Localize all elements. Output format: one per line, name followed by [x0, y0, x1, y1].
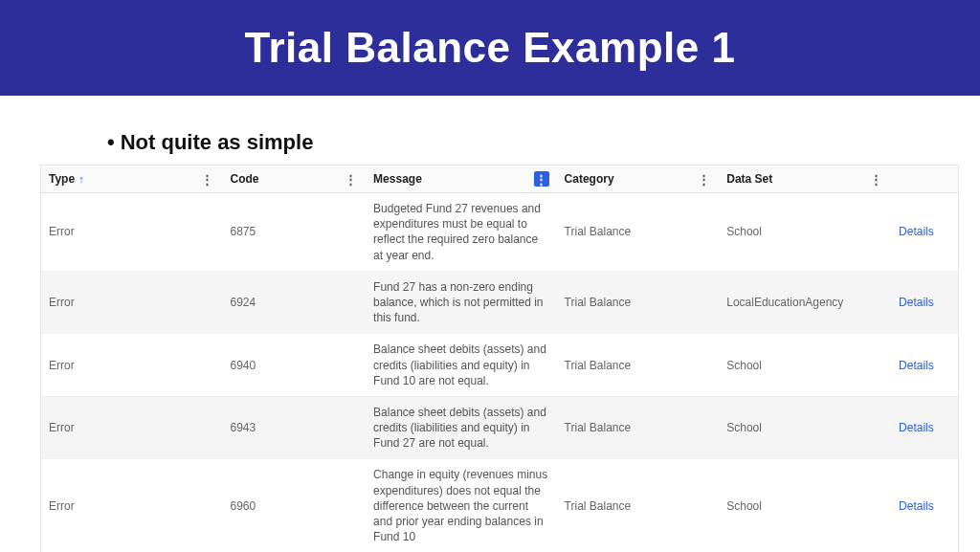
cell-type: Error — [41, 396, 222, 459]
cell-dataset: School — [719, 459, 891, 552]
cell-actions: Details — [891, 459, 958, 552]
column-menu-icon[interactable]: ⋮ — [696, 171, 711, 187]
cell-code: 6940 — [222, 334, 366, 397]
cell-actions: Details — [891, 334, 958, 397]
details-link[interactable]: Details — [899, 421, 934, 434]
cell-message: Change in equity (revenues minus expendi… — [366, 459, 557, 552]
cell-type: Error — [41, 193, 222, 272]
cell-code: 6875 — [222, 193, 366, 272]
details-link[interactable]: Details — [899, 499, 934, 513]
title-band: Trial Balance Example 1 — [0, 0, 980, 96]
table-row: Error 6875 Budgeted Fund 27 revenues and… — [41, 193, 958, 272]
details-link[interactable]: Details — [899, 359, 934, 372]
column-menu-icon[interactable]: ⋮ — [343, 171, 358, 187]
column-label: Type — [49, 172, 75, 186]
cell-message: Balance sheet debits (assets) and credit… — [366, 334, 557, 397]
column-label: Message — [373, 172, 422, 186]
column-menu-icon[interactable]: ⋮ — [868, 171, 883, 187]
table-header-row: Type↑ ⋮ Code ⋮ Message ⋮ — [41, 166, 958, 193]
column-header-code[interactable]: Code ⋮ — [222, 166, 366, 193]
cell-dataset: School — [719, 193, 891, 272]
cell-message: Balance sheet debits (assets) and credit… — [366, 396, 557, 459]
table-row: Error 6924 Fund 27 has a non-zero ending… — [41, 271, 958, 334]
cell-code: 6943 — [222, 396, 366, 459]
cell-type: Error — [41, 459, 222, 552]
details-link[interactable]: Details — [899, 296, 934, 309]
column-header-type[interactable]: Type↑ ⋮ — [41, 166, 222, 193]
column-label: Code — [230, 172, 258, 186]
cell-category: Trial Balance — [557, 334, 720, 397]
cell-actions: Details — [891, 193, 958, 272]
cell-type: Error — [41, 271, 222, 334]
table-row: Error 6940 Balance sheet debits (assets)… — [41, 334, 958, 397]
column-menu-icon[interactable]: ⋮ — [534, 171, 549, 187]
column-header-category[interactable]: Category ⋮ — [557, 166, 720, 193]
column-header-actions — [891, 166, 958, 193]
cell-category: Trial Balance — [557, 396, 720, 459]
cell-message: Fund 27 has a non-zero ending balance, w… — [366, 271, 557, 334]
column-label: Category — [565, 172, 614, 186]
cell-category: Trial Balance — [557, 193, 720, 272]
column-header-message[interactable]: Message ⋮ — [366, 166, 557, 193]
cell-category: Trial Balance — [557, 459, 720, 552]
cell-category: Trial Balance — [557, 271, 720, 334]
bullet-line: •Not quite as simple — [107, 130, 940, 155]
column-label: Data Set — [726, 172, 772, 186]
error-table: Type↑ ⋮ Code ⋮ Message ⋮ — [40, 165, 959, 552]
table-row: Error 6960 Change in equity (revenues mi… — [41, 459, 958, 552]
cell-dataset: LocalEducationAgency — [719, 271, 891, 334]
cell-message: Budgeted Fund 27 revenues and expenditur… — [366, 193, 557, 272]
table-row: Error 6943 Balance sheet debits (assets)… — [41, 396, 958, 459]
content-area: •Not quite as simple Type↑ ⋮ — [0, 96, 980, 552]
bullet-text: Not quite as simple — [121, 130, 314, 154]
cell-dataset: School — [719, 334, 891, 397]
column-menu-icon[interactable]: ⋮ — [199, 171, 214, 187]
page-title: Trial Balance Example 1 — [245, 24, 736, 72]
cell-code: 6960 — [222, 459, 366, 552]
column-header-dataset[interactable]: Data Set ⋮ — [719, 166, 891, 193]
cell-dataset: School — [719, 396, 891, 459]
details-link[interactable]: Details — [899, 225, 934, 238]
cell-code: 6924 — [222, 271, 366, 334]
cell-actions: Details — [891, 271, 958, 334]
cell-actions: Details — [891, 396, 958, 459]
bullet-dot: • — [107, 130, 115, 154]
cell-type: Error — [41, 334, 222, 397]
sort-asc-icon: ↑ — [78, 173, 84, 185]
